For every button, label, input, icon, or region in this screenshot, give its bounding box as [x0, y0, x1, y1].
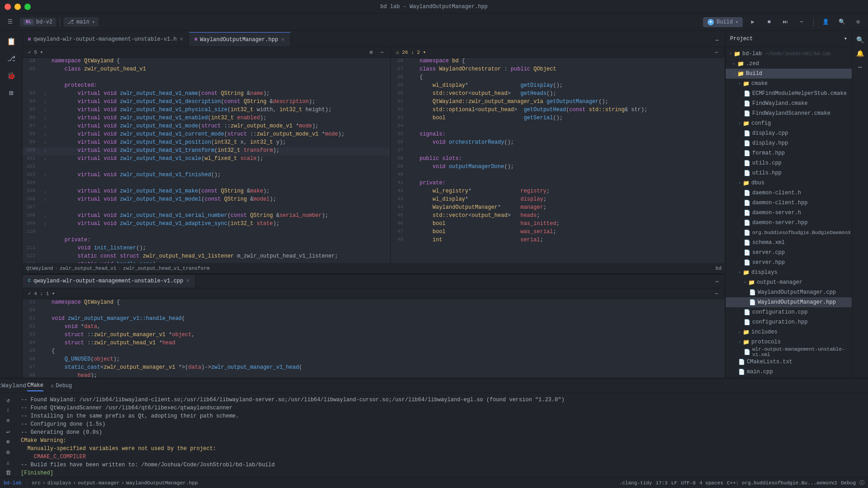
tree-item-build[interactable]: 📁 Build	[726, 69, 852, 79]
tree-item-display-hpp[interactable]: 📄 display.hpp	[726, 138, 852, 148]
bottom-up-icon[interactable]: ↑	[2, 406, 14, 415]
tree-item-utils-cpp[interactable]: 📄 utils.cpp	[726, 158, 852, 168]
tree-item-waylandoutputmanager-cpp[interactable]: 📄 WaylandOutputManager.cpp	[726, 287, 852, 297]
bottom-list-icon[interactable]: ≡	[2, 417, 14, 425]
tree-item-waylandoutputmanager-hpp[interactable]: 📄 WaylandOutputManager.hpp	[726, 297, 852, 307]
breadcrumb-qtwayland[interactable]: QtWayland	[26, 266, 53, 271]
tab-more-button[interactable]: ⋯	[711, 34, 723, 47]
bottom-gear-icon[interactable]: ⚙	[2, 448, 14, 456]
tab-waylandoutputmanager-hpp[interactable]: H WaylandOutputManager.hpp ×	[189, 32, 290, 47]
tree-item-findwaylandscanner[interactable]: 📄 FindWaylandScanner.cmake	[726, 108, 852, 118]
status-position[interactable]: 17:3	[656, 480, 667, 486]
bottom-code-content[interactable]: 11 namespace QtWayland { 90	[23, 299, 725, 378]
tree-arrow-displays	[738, 270, 741, 275]
tree-item-config[interactable]: 📁 config	[726, 118, 852, 128]
step-button[interactable]: ⏭	[779, 16, 792, 28]
pane-split-btn[interactable]: ⊞	[367, 48, 376, 57]
tree-item-protocols[interactable]: 📁 protocols	[726, 337, 852, 347]
tree-item-ecm[interactable]: 📄 ECMFindModuleHelperStub.cmake	[726, 89, 852, 99]
tab-close-qwayland[interactable]: ×	[179, 36, 183, 42]
close-button[interactable]	[5, 4, 11, 10]
pane-more-btn[interactable]: ⋯	[377, 48, 387, 57]
stop-button[interactable]: ■	[763, 16, 775, 28]
tree-item-daemon-client-hpp[interactable]: 📄 daemon-client.hpp	[726, 198, 852, 208]
table-row: 100 ⚡ virtual void zwlr_output_head_v1_t…	[23, 147, 390, 155]
tree-item-budgie-conf[interactable]: 📄 org.buddiesofbudgie.BudgieDaemonX.conf	[726, 228, 852, 238]
tree-item-zed[interactable]: 📁 .zed	[726, 59, 852, 69]
right-pane-more[interactable]: ⋯	[712, 48, 721, 57]
tree-item-configuration-cpp[interactable]: 📄 configuration.cpp	[726, 307, 852, 317]
tree-item-cmake[interactable]: 📁 cmake	[726, 79, 852, 89]
tree-item-daemon-client-h[interactable]: 📄 daemon-client.h	[726, 188, 852, 198]
right-code-content[interactable]: 18 namespace bd { 27 class WaylandOrches…	[391, 58, 725, 263]
status-language[interactable]: C++: org.buddiesofbudgie.Bu...aemonV2	[727, 480, 837, 486]
settings-icon[interactable]: ⚙	[852, 16, 864, 28]
bottom-tab-debug[interactable]: ⚠ Debug	[51, 380, 72, 391]
tree-item-findwayland[interactable]: 📄 FindWayland.cmake	[726, 99, 852, 108]
status-info[interactable]: ⓘ	[859, 479, 864, 486]
minimize-button[interactable]	[14, 4, 21, 10]
tree-item-daemon-server-hpp[interactable]: 📄 daemon-server.hpp	[726, 218, 852, 228]
tree-item-daemon-server-h[interactable]: 📄 daemon-server.h	[726, 208, 852, 218]
tree-item-configuration-hpp[interactable]: 📄 configuration.hpp	[726, 317, 852, 327]
tree-item-server-hpp[interactable]: 📄 server.hpp	[726, 258, 852, 267]
bottom-pane-more[interactable]: ⋯	[712, 289, 721, 298]
project-panel-title: Project	[730, 36, 753, 42]
tree-item-displays[interactable]: 📁 displays	[726, 267, 852, 277]
breadcrumb-zwlr-head[interactable]: zwlr_output_head_v1	[60, 266, 116, 271]
sidebar-icon-files[interactable]: 📋	[3, 33, 19, 50]
tab-cpp[interactable]: C qwayland-wlr-output-management-unstabl…	[23, 275, 196, 288]
bottom-zoom-icon[interactable]: ⊕	[2, 437, 14, 446]
tree-item-cmakelists-root[interactable]: 📄 CMakeLists.txt	[726, 357, 852, 367]
right-icon-search[interactable]: 🔍	[854, 33, 867, 46]
status-encoding[interactable]: UTF-8	[681, 480, 696, 486]
sidebar-icon-git[interactable]: ⎇	[3, 51, 19, 67]
menu-icon[interactable]: ☰	[4, 16, 16, 28]
bottom-tab-cmake[interactable]: CMake	[27, 380, 43, 391]
tree-item-main-cpp[interactable]: 📄 main.cpp	[726, 367, 852, 377]
tree-item-server-cpp[interactable]: 📄 server.cpp	[726, 248, 852, 258]
tree-item-format-hpp[interactable]: 📄 format.hpp	[726, 148, 852, 158]
status-branch-item[interactable]: bd-lab	[4, 480, 22, 486]
status-path-item[interactable]: src › displays › output-manager › Waylan…	[32, 480, 198, 486]
tree-item-display-cpp[interactable]: 📄 display.cpp	[726, 128, 852, 138]
tree-arrow-build	[733, 71, 736, 76]
right-icon-more[interactable]: ⋯	[854, 61, 867, 73]
sidebar-icon-debug[interactable]: 🐞	[3, 68, 19, 84]
bottom-wrap-icon[interactable]: ↵	[2, 427, 14, 436]
tab-qwayland-h[interactable]: H qwayland-wlr-output-management-unstabl…	[23, 32, 189, 47]
tree-item-output-manager[interactable]: 📁 output-manager	[726, 277, 852, 287]
status-debug[interactable]: Debug	[841, 480, 856, 486]
project-selector[interactable]: BL bd-v2	[20, 18, 56, 27]
more-button[interactable]: ⋯	[795, 16, 808, 28]
tree-item-schema-xml[interactable]: 📄 schema.xml	[726, 238, 852, 248]
tab-close-cpp[interactable]: ×	[186, 278, 189, 284]
bottom-tab-more[interactable]: ⋯	[711, 275, 723, 288]
right-icon-bell[interactable]: 🔔	[854, 47, 867, 60]
breadcrumb-transform[interactable]: zwlr_output_head_v1_transform	[123, 266, 209, 271]
tab-close-waylandoutputmanager[interactable]: ×	[281, 37, 284, 43]
status-line-ending[interactable]: LF	[671, 480, 677, 486]
build-button[interactable]: ● Build ▾	[703, 17, 743, 27]
left-code-content[interactable]: 18 namespace QtWayland { 65 class zwlr_o…	[23, 58, 390, 263]
bottom-tab-debug-label: ⚠ Debug	[51, 382, 72, 389]
maximize-button[interactable]	[24, 4, 31, 10]
breadcrumb-bd[interactable]: bd	[716, 266, 722, 271]
status-indent[interactable]: 4 spaces	[699, 480, 723, 486]
bottom-refresh-icon[interactable]: ↺	[2, 396, 14, 404]
tree-item-includes[interactable]: 📁 includes	[726, 327, 852, 337]
status-linter[interactable]: .clang-tidy	[619, 480, 652, 486]
search-icon[interactable]: 🔍	[835, 16, 848, 28]
user-icon[interactable]: 👤	[819, 16, 832, 28]
bottom-icon-namespace[interactable]: QtWayland	[5, 380, 16, 392]
run-button[interactable]: ▶	[746, 16, 759, 28]
git-branch-selector[interactable]: ⎇ main ▾	[64, 17, 99, 27]
tree-item-utils-hpp[interactable]: 📄 utils.hpp	[726, 168, 852, 178]
bottom-warning-icon[interactable]: ⚠	[2, 458, 14, 467]
tree-item-wlr-xml[interactable]: 📄 wlr-output-management-unstable-v1.xml	[726, 347, 852, 357]
bottom-trash-icon[interactable]: 🗑	[2, 469, 14, 477]
sidebar-icon-extensions[interactable]: ⊞	[3, 85, 19, 101]
tree-item-dbus[interactable]: 📁 dbus	[726, 178, 852, 188]
tree-item-bdlab[interactable]: 📁 bd-lab ~/Code/JoshStrobl/bd-lab	[726, 49, 852, 59]
terminal-output[interactable]: -- Found Wayland: /usr/lib64/libwayland-…	[16, 393, 868, 477]
